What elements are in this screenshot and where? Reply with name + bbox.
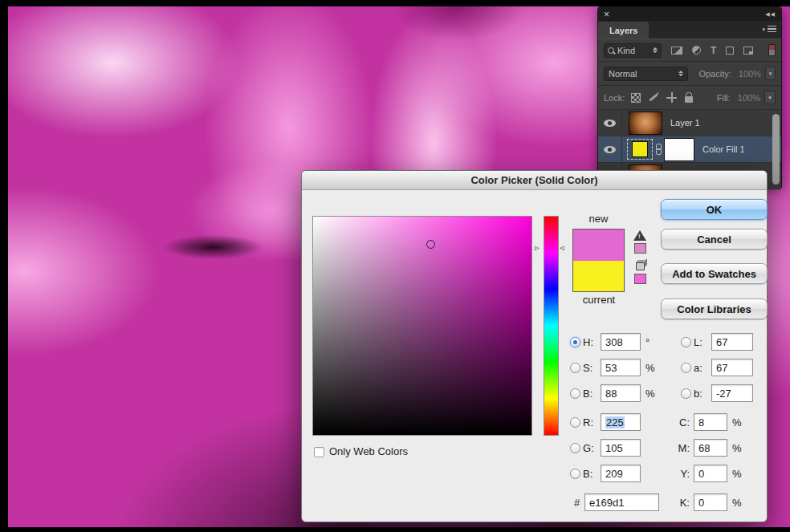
m-label: M:: [670, 442, 694, 454]
select-arrows-icon: [653, 47, 658, 53]
input-r[interactable]: 225: [601, 413, 641, 431]
hex-label: #: [574, 497, 584, 509]
filter-type-layers-icon[interactable]: T: [711, 46, 716, 55]
radio-b2[interactable]: [570, 469, 580, 479]
radio-r[interactable]: [570, 417, 580, 428]
color-picker-dialog: Color Picker (Solid Color) ▹ ◃ new curre…: [301, 170, 768, 522]
panel-close-icon[interactable]: ×: [604, 10, 609, 19]
input-lab-b[interactable]: -27: [711, 384, 753, 402]
input-y[interactable]: 0: [694, 465, 727, 482]
tab-layers[interactable]: Layers: [598, 22, 649, 39]
blend-mode-value: Normal: [609, 69, 637, 79]
s-unit: %: [645, 362, 655, 374]
input-b[interactable]: 88: [601, 384, 641, 402]
layer-name[interactable]: Layer 1: [670, 118, 700, 128]
visibility-eye-icon[interactable]: [604, 120, 616, 127]
input-s[interactable]: 53: [601, 359, 641, 376]
fill-label: Fill:: [717, 93, 731, 103]
panel-scrollbar[interactable]: [772, 114, 780, 185]
blend-mode-row: Normal Opacity: 100% ▾: [598, 62, 781, 86]
current-color-swatch[interactable]: [573, 261, 624, 292]
input-hex[interactable]: e169d1: [584, 493, 659, 511]
gamut-warning-icon[interactable]: [633, 230, 646, 241]
b2-label: B:: [583, 468, 601, 480]
fill-value[interactable]: 100%: [738, 93, 760, 103]
opacity-value[interactable]: 100%: [739, 69, 761, 79]
color-libraries-button[interactable]: Color Libraries: [661, 298, 768, 319]
input-h[interactable]: 308: [601, 333, 641, 351]
filter-shape-layers-icon[interactable]: [726, 47, 734, 55]
input-a[interactable]: 67: [711, 359, 753, 376]
radio-b[interactable]: [570, 388, 580, 399]
new-label: new: [572, 213, 625, 225]
hue-marker-right-icon[interactable]: ◃: [560, 243, 564, 252]
only-web-colors-checkbox[interactable]: [314, 447, 324, 457]
y-unit: %: [732, 468, 742, 480]
filter-kind-select[interactable]: Kind: [604, 43, 662, 58]
fill-layer-thumbnail[interactable]: [627, 139, 653, 160]
visibility-cell: [598, 110, 622, 136]
filter-adjustment-layers-icon[interactable]: [692, 46, 701, 55]
input-b2[interactable]: 209: [601, 465, 641, 482]
lab-b-label: b:: [694, 388, 711, 400]
input-m[interactable]: 68: [694, 439, 727, 457]
add-to-swatches-button[interactable]: Add to Swatches: [661, 263, 768, 284]
lock-all-icon[interactable]: [685, 96, 693, 103]
g-label: G:: [583, 442, 601, 454]
radio-g[interactable]: [570, 443, 580, 453]
layer-row-color-fill[interactable]: Color Fill 1: [598, 136, 781, 163]
radio-a[interactable]: [681, 363, 691, 373]
layer-filter-row: Kind T: [598, 39, 781, 62]
radio-s[interactable]: [570, 363, 580, 373]
web-color-swatch[interactable]: [634, 274, 646, 284]
panel-menu-icon[interactable]: ▾: [762, 26, 776, 33]
s-label: S:: [583, 362, 601, 374]
lock-transparency-icon[interactable]: [631, 93, 641, 103]
new-color-swatch: [573, 229, 624, 261]
input-g[interactable]: 105: [601, 439, 641, 457]
b-unit: %: [645, 388, 655, 400]
layers-panel: × ◀◀ Layers ▾ Kind T Normal: [597, 6, 782, 188]
cancel-button[interactable]: Cancel: [661, 229, 768, 250]
current-label: current: [563, 294, 635, 306]
filter-toggle-icon[interactable]: [768, 44, 776, 56]
screenshot-frame: × ◀◀ Layers ▾ Kind T Normal: [0, 0, 790, 532]
gamut-color-swatch[interactable]: [634, 243, 646, 254]
layer-row-layer1[interactable]: Layer 1: [598, 110, 781, 136]
layer-name[interactable]: Color Fill 1: [702, 144, 745, 154]
filter-smart-objects-icon[interactable]: [743, 47, 753, 55]
layer-mask-thumbnail[interactable]: [664, 138, 694, 161]
visibility-cell: [598, 136, 622, 162]
menu-lines-icon: [768, 26, 776, 33]
layer-thumbnail[interactable]: [629, 112, 662, 135]
ok-button[interactable]: OK: [661, 199, 768, 220]
color-field-marker[interactable]: [426, 240, 435, 249]
h-unit: °: [645, 336, 650, 348]
hue-marker-left-icon[interactable]: ▹: [535, 243, 540, 252]
radio-l[interactable]: [681, 337, 691, 347]
lock-position-icon[interactable]: [666, 92, 677, 103]
lock-pixels-icon[interactable]: [650, 93, 658, 101]
input-l[interactable]: 67: [711, 333, 753, 351]
fill-dropdown-icon[interactable]: ▾: [764, 91, 776, 104]
c-unit: %: [732, 416, 742, 428]
panel-top-bar: × ◀◀: [598, 7, 781, 21]
hue-slider[interactable]: [544, 216, 559, 436]
panel-collapse-icon[interactable]: ◀◀: [765, 11, 776, 18]
color-field[interactable]: [312, 216, 532, 436]
opacity-dropdown-icon[interactable]: ▾: [765, 67, 776, 80]
blend-mode-select[interactable]: Normal: [604, 67, 688, 81]
panel-tab-row: Layers ▾: [598, 21, 781, 39]
input-k[interactable]: 0: [694, 493, 727, 511]
web-color-cube-icon[interactable]: [636, 262, 645, 270]
radio-h[interactable]: [570, 337, 580, 347]
lock-row: Lock: Fill: 100% ▾: [598, 86, 781, 110]
input-c[interactable]: 8: [694, 413, 727, 431]
dialog-title: Color Picker (Solid Color): [302, 171, 767, 190]
visibility-eye-icon[interactable]: [604, 146, 616, 153]
new-current-swatch: [572, 229, 625, 292]
radio-lab-b[interactable]: [681, 388, 691, 399]
b-label: B:: [583, 388, 601, 400]
filter-pixel-layers-icon[interactable]: [671, 47, 682, 55]
mask-link-icon[interactable]: [655, 144, 662, 156]
